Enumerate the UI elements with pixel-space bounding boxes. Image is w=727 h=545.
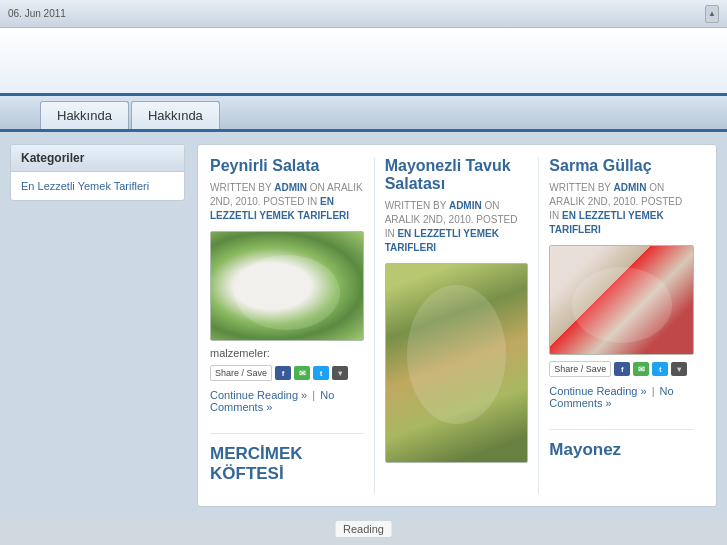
categories-box: Kategoriler En Lezzetli Yemek Tarifleri <box>10 144 185 201</box>
post-title-2[interactable]: Mayonezli Tavuk Salatası <box>385 157 529 193</box>
nav-tabs: Hakkında Hakkında <box>0 96 727 132</box>
bowl-shape-3 <box>572 267 672 343</box>
bowl-shape-1 <box>234 255 340 331</box>
post-title-mercimek[interactable]: MERCİMEK KÖFTESİ <box>210 444 364 484</box>
meta-author-1[interactable]: ADMIN <box>274 182 307 193</box>
categories-title: Kategoriler <box>11 145 184 172</box>
facebook-icon-3[interactable]: f <box>614 362 630 376</box>
post-image-1 <box>210 231 364 341</box>
meta-written-3: WRITTEN BY <box>549 182 610 193</box>
facebook-icon-1[interactable]: f <box>275 366 291 380</box>
share-bar-3: Share / Save f ✉ t ▾ <box>549 361 694 377</box>
meta-category-2[interactable]: EN LEZZETLI YEMEK TARIFLERI <box>385 228 499 253</box>
scrollbar-top[interactable]: ▲ <box>705 5 719 23</box>
post-title-mayonez[interactable]: Mayonez <box>549 440 694 460</box>
separator-1: | <box>312 389 318 401</box>
post-title-1[interactable]: Peynirli Salata <box>210 157 364 175</box>
post-image-3 <box>549 245 694 355</box>
email-icon-1[interactable]: ✉ <box>294 366 310 380</box>
content-area: Peynirli Salata WRITTEN BY ADMIN ON ARAL… <box>197 144 717 507</box>
post-title-3[interactable]: Sarma Güllaç <box>549 157 694 175</box>
meta-author-2[interactable]: ADMIN <box>449 200 482 211</box>
email-icon-3[interactable]: ✉ <box>633 362 649 376</box>
more-icon-1[interactable]: ▾ <box>332 366 348 380</box>
site-header <box>0 28 727 96</box>
post-image-2 <box>385 263 529 463</box>
top-bar: 06. Jun 2011 ▲ <box>0 0 727 28</box>
categories-list: En Lezzetli Yemek Tarifleri <box>11 172 184 200</box>
post-meta-3: WRITTEN BY ADMIN ON ARALIK 2ND, 2010. PO… <box>549 181 694 237</box>
nav-tab-1[interactable]: Hakkında <box>40 101 129 129</box>
share-label-3[interactable]: Share / Save <box>549 361 611 377</box>
top-bar-date: 06. Jun 2011 <box>8 8 66 19</box>
post-body-1: malzemeler: <box>210 347 364 359</box>
post-links-3: Continue Reading » | No Comments » <box>549 385 694 409</box>
sidebar: Kategoriler En Lezzetli Yemek Tarifleri <box>10 144 185 507</box>
more-icon-3[interactable]: ▾ <box>671 362 687 376</box>
meta-written-2: WRITTEN BY <box>385 200 446 211</box>
nav-tab-2[interactable]: Hakkında <box>131 101 220 129</box>
post-mayonezli-tavuk: Mayonezli Tavuk Salatası WRITTEN BY ADMI… <box>375 157 540 494</box>
meta-written-1: WRITTEN BY <box>210 182 271 193</box>
post-meta-2: WRITTEN BY ADMIN ON ARALIK 2ND, 2010. PO… <box>385 199 529 255</box>
separator-3: | <box>652 385 658 397</box>
continue-reading-3[interactable]: Continue Reading » <box>549 385 646 397</box>
share-label-1[interactable]: Share / Save <box>210 365 272 381</box>
continue-reading-1[interactable]: Continue Reading » <box>210 389 307 401</box>
meta-author-3[interactable]: ADMIN <box>614 182 647 193</box>
twitter-icon-1[interactable]: t <box>313 366 329 380</box>
post-links-1: Continue Reading » | No Comments » <box>210 389 364 413</box>
meta-category-3[interactable]: EN LEZZETLI YEMEK TARIFLERI <box>549 210 663 235</box>
post-meta-1: WRITTEN BY ADMIN ON ARALIK 2ND, 2010. PO… <box>210 181 364 223</box>
reading-label: Reading <box>335 521 392 537</box>
main-container: Kategoriler En Lezzetli Yemek Tarifleri … <box>0 132 727 519</box>
share-bar-1: Share / Save f ✉ t ▾ <box>210 365 364 381</box>
twitter-icon-3[interactable]: t <box>652 362 668 376</box>
post-peynirli-salata: Peynirli Salata WRITTEN BY ADMIN ON ARAL… <box>210 157 375 494</box>
post-sarma-gullas: Sarma Güllaç WRITTEN BY ADMIN ON ARALIK … <box>539 157 704 494</box>
bowl-shape-2 <box>407 285 506 424</box>
category-link-1[interactable]: En Lezzetli Yemek Tarifleri <box>21 178 174 194</box>
